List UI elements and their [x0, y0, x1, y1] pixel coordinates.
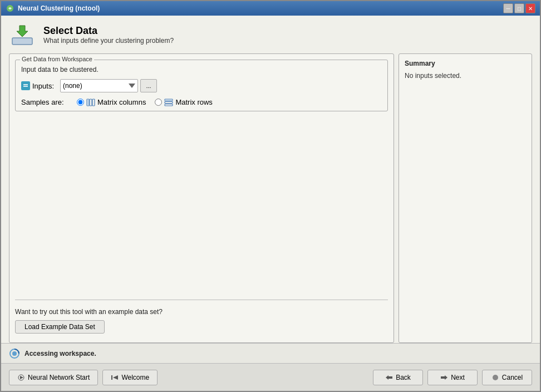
next-button[interactable]: Next [427, 370, 478, 385]
svg-rect-8 [90, 99, 92, 106]
summary-content: No inputs selected. [405, 72, 526, 80]
status-spinner-icon [9, 348, 20, 359]
skip-back-icon [111, 374, 119, 381]
bottom-left-buttons: Neural Network Start Welcome [9, 370, 158, 385]
panel-spacer [15, 116, 388, 295]
maximize-button[interactable]: □ [514, 3, 524, 13]
svg-marker-21 [441, 375, 447, 380]
samples-row: Samples are: [21, 98, 382, 106]
svg-rect-12 [165, 101, 173, 103]
content-area: Select Data What inputs define your clus… [1, 16, 540, 343]
svg-rect-13 [165, 104, 173, 106]
svg-rect-5 [23, 86, 28, 87]
group-box-label: Get Data from Workspace [20, 56, 94, 62]
matrix-rows-radio[interactable] [155, 99, 162, 106]
page-title: Select Data [43, 25, 174, 37]
dropdown-container: (none) ... [60, 79, 157, 92]
matrix-rows-option[interactable]: Matrix rows [155, 98, 212, 106]
browse-button[interactable]: ... [140, 79, 157, 92]
svg-rect-7 [87, 99, 89, 106]
data-icon [22, 82, 29, 89]
radio-group: Matrix columns [77, 98, 213, 106]
circle-icon [491, 374, 499, 381]
bottom-right-buttons: Back Next Cancel [373, 370, 532, 385]
select-data-icon [9, 21, 36, 48]
arrow-right-icon [440, 374, 448, 381]
title-bar: Neural Clustering (nctool) ─ □ ✕ [1, 1, 540, 16]
neural-network-start-button[interactable]: Neural Network Start [9, 370, 98, 385]
svg-rect-11 [165, 99, 173, 101]
svg-point-15 [12, 351, 17, 356]
status-text: Accessing workspace. [24, 350, 96, 357]
title-bar-left: Neural Clustering (nctool) [6, 4, 100, 13]
arrow-left-icon [385, 374, 393, 381]
back-button[interactable]: Back [373, 370, 423, 385]
example-text: Want to try out this tool with an exampl… [15, 308, 388, 316]
svg-rect-4 [23, 84, 28, 85]
page-subtitle: What inputs define your clustering probl… [43, 37, 174, 45]
svg-rect-18 [111, 375, 112, 380]
header-text: Select Data What inputs define your clus… [43, 25, 174, 45]
close-button[interactable]: ✕ [525, 3, 535, 13]
section-label: Input data to be clustered. [21, 66, 382, 74]
get-data-group: Get Data from Workspace Input data to be… [15, 60, 388, 111]
matrix-rows-icon [164, 99, 173, 106]
svg-marker-20 [386, 375, 392, 380]
matrix-columns-label: Matrix columns [97, 98, 146, 106]
matrix-columns-radio[interactable] [77, 99, 84, 106]
inputs-label-container: Inputs: [21, 81, 60, 90]
window-title: Neural Clustering (nctool) [18, 4, 100, 12]
svg-marker-2 [17, 26, 28, 37]
status-bar: Accessing workspace. [1, 343, 540, 363]
main-window: Neural Clustering (nctool) ─ □ ✕ Select … [0, 0, 541, 392]
main-panels: Get Data from Workspace Input data to be… [9, 53, 532, 343]
load-example-button[interactable]: Load Example Data Set [15, 320, 105, 334]
example-section: Want to try out this tool with an exampl… [15, 305, 388, 337]
left-panel: Get Data from Workspace Input data to be… [9, 53, 394, 343]
svg-rect-9 [92, 99, 95, 106]
cancel-button[interactable]: Cancel [482, 370, 532, 385]
svg-marker-19 [113, 375, 118, 380]
minimize-button[interactable]: ─ [503, 3, 513, 13]
header-section: Select Data What inputs define your clus… [9, 21, 532, 48]
inputs-row: Inputs: (none) ... [21, 79, 382, 92]
inputs-label: Inputs: [32, 82, 54, 90]
title-bar-controls: ─ □ ✕ [503, 3, 535, 13]
right-panel: Summary No inputs selected. [399, 53, 532, 343]
svg-point-22 [493, 375, 498, 380]
summary-title: Summary [405, 60, 526, 67]
inputs-dropdown[interactable]: (none) [60, 79, 138, 92]
samples-label: Samples are: [21, 98, 77, 106]
inputs-icon [21, 81, 30, 90]
welcome-button[interactable]: Welcome [102, 370, 158, 385]
play-icon [17, 374, 25, 381]
title-bar-icon [6, 4, 14, 13]
matrix-columns-icon [86, 99, 95, 106]
svg-marker-17 [20, 376, 23, 379]
svg-rect-1 [12, 38, 32, 45]
matrix-columns-option[interactable]: Matrix columns [77, 98, 146, 106]
bottom-bar: Neural Network Start Welcome Back [1, 363, 540, 391]
panel-divider [15, 300, 388, 300]
matrix-rows-label: Matrix rows [175, 98, 212, 106]
